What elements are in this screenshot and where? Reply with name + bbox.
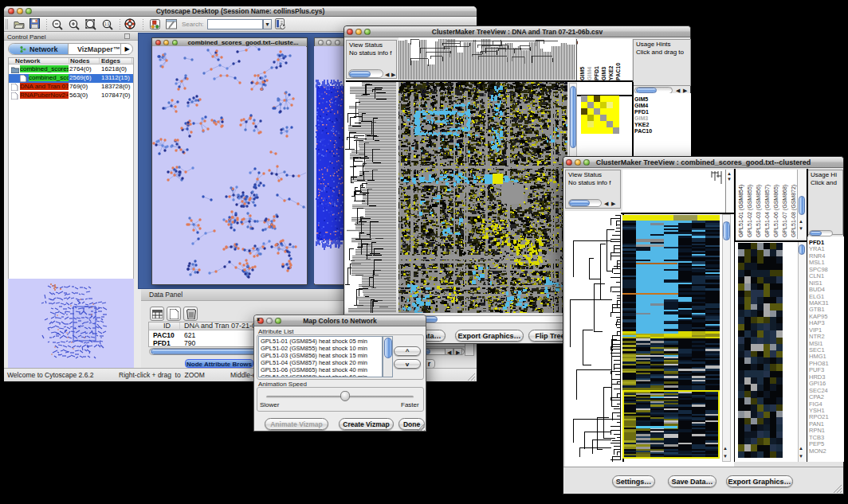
svg-text:GPL51-08 (GSM872): GPL51-08 (GSM872) xyxy=(791,185,797,237)
svg-text:PAC10: PAC10 xyxy=(615,63,621,80)
svg-text:GIM4: GIM4 xyxy=(587,67,592,80)
svg-text:GPL51-04 (GSM857): GPL51-04 (GSM857) xyxy=(764,185,771,237)
svg-text:GPL51-02 (GSM855): GPL51-02 (GSM855) xyxy=(747,185,753,237)
svg-text:GIM5: GIM5 xyxy=(579,67,585,80)
svg-text:YKE2: YKE2 xyxy=(608,66,614,80)
svg-text:1:1: 1:1 xyxy=(104,22,110,26)
svg-text:GPL51-01 (GSM854): GPL51-01 (GSM854) xyxy=(738,185,744,237)
svg-text:GIM3: GIM3 xyxy=(601,67,607,80)
svg-text:GPL51-03 (GSM856): GPL51-03 (GSM856) xyxy=(756,185,762,237)
svg-text:GPL51-06 (GSM865): GPL51-06 (GSM865) xyxy=(773,185,779,237)
svg-text:PFD1: PFD1 xyxy=(594,66,599,80)
svg-text:GPL51-07 (GSM868): GPL51-07 (GSM868) xyxy=(782,185,788,237)
